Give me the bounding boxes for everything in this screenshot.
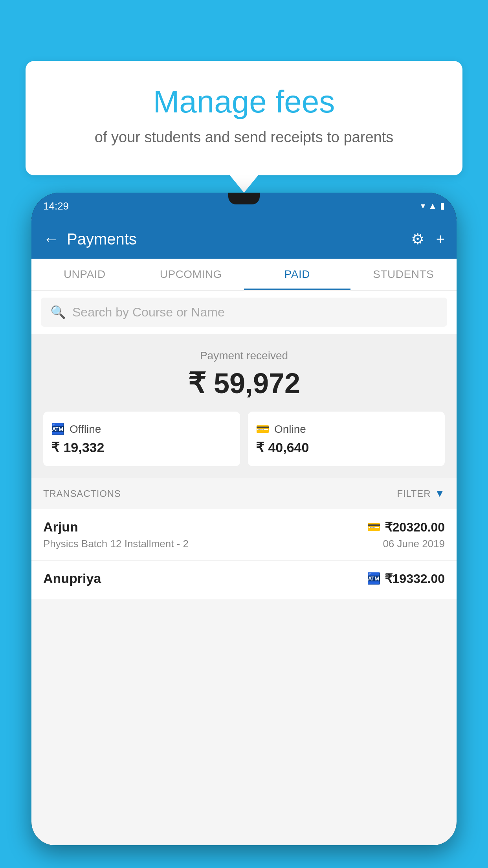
status-icons: ▾ ▲ ▮ (421, 201, 445, 211)
search-container: 🔍 Search by Course or Name (31, 291, 457, 334)
wifi-icon: ▾ (421, 201, 425, 211)
transaction-desc-1: Physics Batch 12 Installment - 2 (43, 538, 189, 550)
settings-icon[interactable]: ⚙ (411, 230, 424, 248)
tab-unpaid[interactable]: UNPAID (31, 259, 138, 290)
offline-card: 🏧 Offline ₹ 19,332 (43, 412, 240, 466)
header-actions: ⚙ + (411, 230, 445, 248)
phone-wrapper: 14:29 ▾ ▲ ▮ ← Payments ⚙ + UNPAID UPCOM (31, 193, 457, 868)
tab-students[interactable]: STUDENTS (350, 259, 457, 290)
payment-total-amount: ₹ 59,972 (43, 367, 445, 400)
offline-card-header: 🏧 Offline (51, 423, 232, 436)
transaction-date-1: 06 June 2019 (383, 538, 445, 550)
transaction-amount-2: ₹19332.00 (385, 571, 445, 586)
speech-bubble: Manage fees of your students and send re… (26, 61, 462, 175)
bubble-subtitle: of your students and send receipts to pa… (57, 127, 431, 148)
transactions-label: TRANSACTIONS (43, 488, 121, 499)
transaction-top-1: Arjun 💳 ₹20320.00 (43, 519, 445, 535)
signal-icon: ▲ (428, 201, 437, 211)
transaction-row-2[interactable]: Anupriya 🏧 ₹19332.00 (31, 561, 457, 600)
phone-device: 14:29 ▾ ▲ ▮ ← Payments ⚙ + UNPAID UPCOM (31, 193, 457, 845)
phone-screen: ← Payments ⚙ + UNPAID UPCOMING PAID STUD… (31, 219, 457, 845)
online-label: Online (274, 423, 306, 436)
phone-notch (228, 193, 260, 204)
speech-bubble-wrapper: Manage fees of your students and send re… (26, 61, 462, 175)
offline-amount: ₹ 19,332 (51, 440, 232, 455)
online-amount: ₹ 40,640 (256, 440, 437, 455)
page-title: Payments (67, 230, 411, 248)
search-placeholder: Search by Course or Name (72, 305, 225, 320)
tabs-container: UNPAID UPCOMING PAID STUDENTS (31, 259, 457, 291)
transaction-bottom-1: Physics Batch 12 Installment - 2 06 June… (43, 538, 445, 550)
search-icon: 🔍 (50, 305, 66, 320)
battery-icon: ▮ (440, 201, 445, 211)
transaction-name-2: Anupriya (43, 571, 101, 586)
status-time: 14:29 (43, 200, 69, 212)
transaction-top-2: Anupriya 🏧 ₹19332.00 (43, 571, 445, 586)
online-card: 💳 Online ₹ 40,640 (248, 412, 445, 466)
filter-label: FILTER (397, 488, 431, 499)
transaction-amount-1: ₹20320.00 (385, 520, 445, 535)
add-icon[interactable]: + (436, 231, 445, 248)
back-button[interactable]: ← (43, 230, 59, 248)
payment-cards: 🏧 Offline ₹ 19,332 💳 Online ₹ 40,640 (43, 412, 445, 466)
offline-label: Offline (70, 423, 101, 436)
tab-upcoming[interactable]: UPCOMING (138, 259, 244, 290)
transaction-amount-container-1: 💳 ₹20320.00 (367, 520, 445, 535)
transaction-amount-container-2: 🏧 ₹19332.00 (367, 571, 445, 586)
bubble-title: Manage fees (57, 85, 431, 119)
filter-icon: ▼ (435, 487, 445, 500)
offline-icon: 🏧 (51, 423, 65, 436)
payment-summary: Payment received ₹ 59,972 🏧 Offline ₹ 19… (31, 334, 457, 478)
search-bar[interactable]: 🔍 Search by Course or Name (41, 298, 447, 327)
transaction-name-1: Arjun (43, 519, 78, 535)
tab-paid[interactable]: PAID (244, 259, 350, 290)
transactions-header: TRANSACTIONS FILTER ▼ (31, 478, 457, 509)
transaction-type-icon-2: 🏧 (367, 572, 381, 585)
online-card-header: 💳 Online (256, 423, 437, 436)
filter-container[interactable]: FILTER ▼ (397, 487, 445, 500)
app-header: ← Payments ⚙ + (31, 219, 457, 259)
payment-received-label: Payment received (43, 349, 445, 362)
transaction-type-icon-1: 💳 (367, 520, 381, 533)
transaction-row-1[interactable]: Arjun 💳 ₹20320.00 Physics Batch 12 Insta… (31, 509, 457, 561)
online-icon: 💳 (256, 423, 270, 436)
